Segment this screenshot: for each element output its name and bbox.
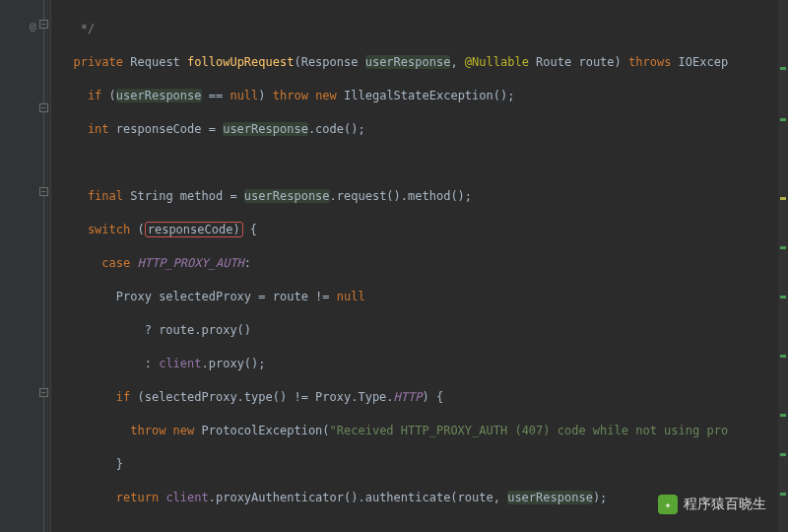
- code-area[interactable]: */ private Request followUpRequest(Respo…: [51, 0, 788, 532]
- fold-toggle-icon[interactable]: −: [39, 103, 48, 112]
- fold-toggle-icon[interactable]: −: [39, 388, 48, 397]
- fold-toggle-icon[interactable]: −: [39, 187, 48, 196]
- code-editor[interactable]: @ − − − − */ private Request followUpReq…: [0, 0, 788, 532]
- watermark-text: 程序猿百晓生: [684, 496, 766, 513]
- highlighted-token: responseCode): [145, 222, 243, 237]
- wechat-icon: ✦: [658, 495, 678, 514]
- watermark: ✦ 程序猿百晓生: [658, 495, 766, 514]
- fold-toggle-icon[interactable]: −: [39, 20, 48, 29]
- error-stripe[interactable]: [778, 0, 788, 532]
- override-gutter-icon[interactable]: @: [30, 20, 36, 33]
- gutter: @ − − − −: [0, 0, 51, 532]
